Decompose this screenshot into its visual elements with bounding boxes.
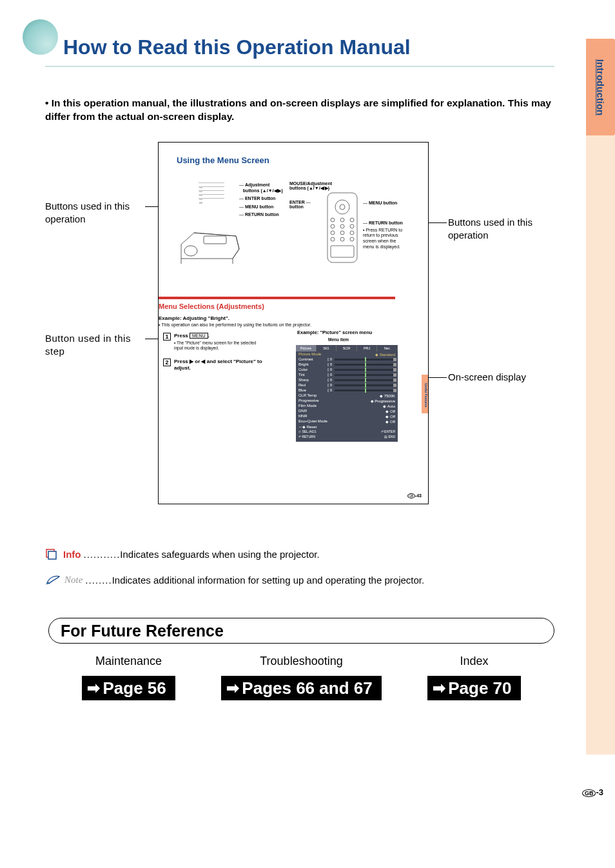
- accent-bar: [159, 297, 395, 299]
- svg-point-15: [340, 237, 344, 241]
- ref-col-maintenance: Maintenance ➡ Page 56: [48, 655, 209, 700]
- step-1-note: • The "Picture" menu screen for the sele…: [174, 340, 264, 351]
- menu-item-label: Menu item: [328, 337, 349, 342]
- reference-links-area: Maintenance ➡ Page 56 Troubleshooting ➡ …: [48, 655, 554, 700]
- svg-point-16: [350, 237, 354, 241]
- svg-point-13: [350, 231, 354, 235]
- osd-row: DNR◆ Off: [296, 408, 398, 413]
- sample-page-title: Using the Menu Screen: [177, 155, 269, 165]
- intro-text: In this operation manual, the illustrati…: [45, 97, 551, 122]
- section-tab-introduction[interactable]: Introduction: [586, 39, 615, 135]
- svg-point-11: [331, 231, 335, 235]
- remote-labels-right: — MENU button — RETURN button • Press RE…: [363, 201, 405, 252]
- menu-button-label: MENU: [190, 333, 208, 339]
- bullet: •: [45, 97, 48, 108]
- callout-onscreen-display: On-screen display: [448, 371, 558, 384]
- ref-button-index[interactable]: ➡ Page 70: [427, 676, 520, 700]
- osd-tabs: Picture SIG SCR PRJ Net.: [296, 345, 398, 351]
- osd-row: Tint[ 0: [296, 372, 398, 377]
- callout-buttons-operation-right: Buttons used in this operation: [448, 216, 558, 241]
- osd-row: Film Mode◆ Auto: [296, 403, 398, 408]
- ref-col-index: Index ➡ Page 70: [394, 655, 554, 700]
- svg-point-8: [331, 224, 335, 228]
- ref-button-maintenance[interactable]: ➡ Page 56: [82, 676, 175, 700]
- osd-row: Sharp[ 0: [296, 377, 398, 382]
- callout-button-step: Button used in this step: [45, 332, 148, 357]
- remote-icon: [323, 191, 362, 265]
- diagram-area: Buttons used in this operation Button us…: [45, 142, 554, 529]
- note-legend-row: Note ........ Indicates additional infor…: [45, 574, 554, 586]
- svg-point-10: [350, 224, 354, 228]
- step-number-1: 1: [163, 333, 171, 340]
- sample-page-number: GB-43: [407, 493, 422, 498]
- side-strip: [586, 135, 615, 755]
- osd-row: Blue[ 0: [296, 388, 398, 393]
- svg-point-6: [340, 218, 344, 222]
- leader-line: [145, 206, 159, 207]
- svg-point-7: [350, 218, 354, 222]
- svg-point-9: [340, 224, 344, 228]
- section-tab-label: Introduction: [595, 59, 606, 115]
- note-label: Note: [64, 575, 83, 586]
- arrow-right-icon: ➡: [433, 679, 445, 697]
- title-rule: [45, 66, 554, 67]
- future-reference-box: For Future Reference: [48, 618, 554, 644]
- osd-menu: Picture SIG SCR PRJ Net. Picture Mode ◆ …: [296, 345, 398, 442]
- page-number: GB-3: [582, 787, 603, 797]
- arrow-right-icon: ➡: [87, 679, 100, 697]
- osd-tab: SCR: [337, 345, 357, 351]
- svg-point-3: [335, 200, 349, 214]
- ref-heading: Troubleshooting: [209, 655, 394, 668]
- dots: ...........: [84, 549, 121, 560]
- osd-row: Progressive◆ Progressive: [296, 398, 398, 403]
- future-reference-title: For Future Reference: [61, 622, 224, 640]
- osd-row: CLR Temp◆ 7500K: [296, 393, 398, 398]
- title-bullet-icon: [23, 19, 58, 55]
- svg-rect-1: [204, 236, 226, 244]
- svg-point-5: [331, 218, 335, 222]
- osd-tab: Picture: [296, 345, 317, 351]
- ref-heading: Maintenance: [48, 655, 209, 668]
- gb-badge: GB: [582, 789, 596, 797]
- step-1-text: Press MENU.: [174, 333, 210, 339]
- ref-button-troubleshooting[interactable]: ➡ Pages 66 and 67: [221, 676, 381, 700]
- sample-page-frame: Using the Menu Screen — Adjustment butto…: [158, 142, 429, 504]
- osd-row: Picture Mode ◆ Standard: [296, 351, 398, 357]
- intro-paragraph: • In this operation manual, the illustra…: [45, 97, 554, 124]
- svg-rect-17: [331, 246, 354, 257]
- ref-button-label: Pages 66 and 67: [242, 678, 372, 698]
- sample-side-tab: Useful Features: [422, 375, 428, 413]
- osd-tab: SIG: [317, 345, 337, 351]
- example-subtext: • This operation can also be performed b…: [159, 322, 311, 327]
- osd-tab: PRJ: [357, 345, 378, 351]
- svg-point-0: [184, 246, 197, 256]
- example-screen-title: Example: "Picture" screen menu: [297, 330, 372, 335]
- osd-footer: ◇ SEL./ADJ. ⏎ ENTER: [296, 429, 398, 434]
- projector-button-labels: — Adjustment buttons (▲/▼/◀/▶) — ENTER b…: [239, 181, 283, 219]
- osd-footer: ↶ RETURN ▤ END: [296, 434, 398, 439]
- step-2-text: Press ▶ or ◀ and select "Picture" to adj…: [174, 359, 268, 371]
- page-title: How to Read this Operation Manual: [63, 35, 411, 59]
- ref-col-troubleshooting: Troubleshooting ➡ Pages 66 and 67: [209, 655, 394, 700]
- osd-row: Bright[ 0: [296, 362, 398, 367]
- info-text: Indicates safeguards when using the proj…: [120, 549, 319, 560]
- ref-heading: Index: [394, 655, 554, 668]
- osd-tab: Net.: [377, 345, 398, 351]
- leader-line: [429, 222, 447, 223]
- info-icon: [45, 548, 59, 560]
- dots: ........: [85, 575, 112, 586]
- projector-icon: [175, 226, 252, 275]
- arrow-right-icon: ➡: [226, 679, 239, 697]
- svg-point-14: [331, 237, 335, 241]
- osd-row: MNR◆ Off: [296, 413, 398, 419]
- ref-button-label: Page 70: [448, 678, 511, 698]
- svg-point-4: [340, 204, 345, 210]
- svg-rect-2: [327, 193, 357, 262]
- note-text: Indicates additional information for set…: [112, 575, 424, 586]
- osd-reset: ↔◆ Reset: [296, 424, 398, 429]
- ref-button-label: Page 56: [102, 678, 166, 698]
- example-heading: Example: Adjusting "Bright".: [159, 315, 229, 321]
- step-number-2: 2: [163, 359, 171, 366]
- projector-panel-icon: [199, 179, 224, 199]
- callout-buttons-operation-left: Buttons used in this operation: [45, 200, 148, 225]
